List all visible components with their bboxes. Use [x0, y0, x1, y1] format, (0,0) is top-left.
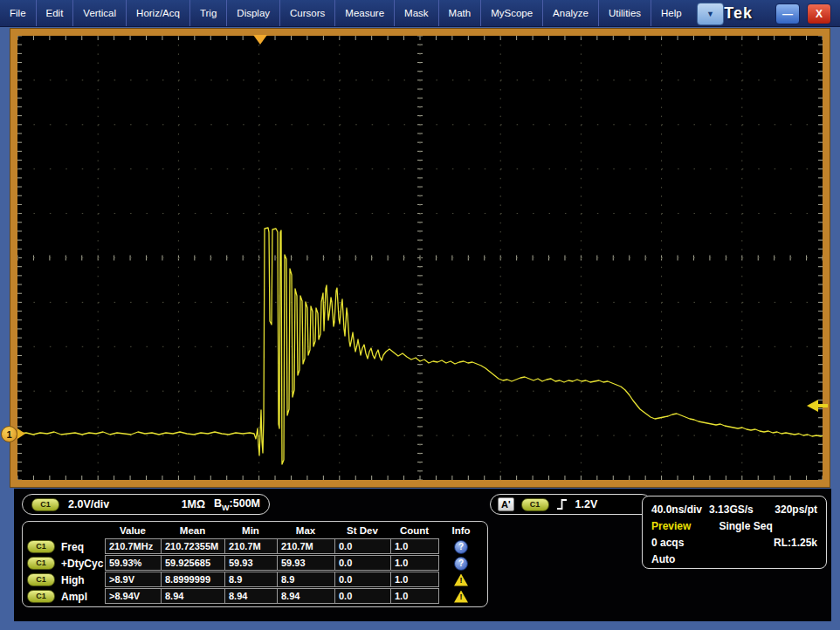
meas-stdev: 0.0 [334, 555, 391, 571]
meas-min: 8.94 [224, 588, 278, 604]
oscilloscope-window: File Edit Vertical Horiz/Acq Trig Displa… [0, 0, 840, 630]
meas-max: 59.93 [277, 555, 335, 571]
measurement-table: Value Mean Min Max St Dev Count Info C1 … [22, 521, 488, 607]
warning-icon[interactable]: ! [454, 591, 468, 603]
bandwidth-readout: BW:500M [214, 497, 260, 512]
sample-rate: 3.13GS/s [709, 503, 754, 516]
channel-readout[interactable]: C1 2.0V/div 1MΩ BW:500M [22, 494, 270, 515]
meas-max: 210.7M [277, 538, 335, 554]
meas-info-cell: ? [438, 555, 484, 572]
menu-file[interactable]: File [0, 0, 37, 26]
info-question-icon[interactable]: ? [454, 557, 468, 571]
meas-max: 8.94 [277, 588, 335, 604]
meas-stdev: 0.0 [334, 538, 391, 554]
meas-mean: 210.72355M [161, 538, 225, 554]
acquisition-count: 0 acqs [651, 537, 684, 549]
rising-edge-icon [556, 497, 568, 511]
chevron-down-icon: ▼ [706, 10, 714, 18]
meas-info-cell: ! [438, 588, 484, 605]
menu-measure[interactable]: Measure [335, 0, 395, 26]
trigger-a-badge: A' [498, 497, 514, 511]
meas-stdev: 0.0 [334, 588, 391, 604]
meas-info-cell: ! [438, 572, 484, 588]
meas-count: 1.0 [390, 555, 439, 571]
timebase: 40.0ns/div [651, 503, 702, 516]
col-header-mean: Mean [161, 524, 224, 538]
trigger-level-arrow-tail [817, 404, 828, 407]
meas-row-label: C1 Freq [24, 538, 105, 555]
meas-value: 59.93% [105, 555, 162, 571]
record-length: RL:1.25k [774, 537, 817, 549]
input-impedance: 1MΩ [182, 498, 205, 510]
meas-row-label: C1 High [24, 572, 105, 588]
meas-count: 1.0 [390, 538, 439, 554]
col-header-stdev: St Dev [334, 524, 390, 538]
meas-max: 8.9 [277, 572, 335, 587]
col-header-min: Min [224, 524, 277, 538]
col-header-max: Max [277, 524, 334, 538]
menu-myscope[interactable]: MyScope [481, 0, 543, 26]
menu-cursors[interactable]: Cursors [280, 0, 335, 26]
channel-badge: C1 [27, 590, 55, 603]
trigger-position-marker[interactable] [253, 35, 267, 45]
tek-logo: Tek [724, 0, 753, 26]
col-header-value: Value [105, 524, 161, 538]
meas-min: 210.7M [224, 538, 278, 554]
preview-status: Preview [651, 520, 691, 532]
meas-count: 1.0 [390, 588, 439, 604]
menu-edit[interactable]: Edit [37, 0, 74, 26]
minimize-button[interactable]: — [775, 3, 800, 24]
table-corner [24, 524, 105, 538]
meas-value: >8.9V [105, 572, 162, 587]
menu-horiz-acq[interactable]: Horiz/Acq [127, 0, 190, 26]
trigger-level-arrow[interactable] [807, 400, 828, 412]
bottom-panel: C1 2.0V/div 1MΩ BW:500M A' C1 1.2V 40.0n… [14, 489, 831, 621]
menu-help[interactable]: Help [651, 0, 692, 26]
meas-value: 210.7MHz [105, 538, 162, 554]
meas-row-label: C1 +DtyCyc [24, 555, 105, 572]
meas-mean: 59.925685 [161, 555, 225, 571]
menu-vertical[interactable]: Vertical [73, 0, 127, 26]
meas-stdev: 0.0 [334, 572, 391, 587]
info-question-icon[interactable]: ? [454, 540, 468, 554]
horizontal-readout[interactable]: 40.0ns/div 3.13GS/s 320ps/pt Preview Sin… [642, 496, 827, 569]
menu-mask[interactable]: Mask [395, 0, 438, 26]
meas-mean: 8.8999999 [161, 572, 225, 587]
menu-dropdown-button[interactable]: ▼ [697, 3, 725, 25]
vertical-scale: 2.0V/div [68, 498, 109, 510]
meas-count: 1.0 [390, 572, 439, 587]
channel1-marker-arrow [17, 428, 25, 439]
trigger-level: 1.2V [575, 498, 598, 510]
meas-info-cell: ? [438, 538, 484, 555]
menu-math[interactable]: Math [439, 0, 482, 26]
menu-analyze[interactable]: Analyze [543, 0, 599, 26]
menu-display[interactable]: Display [227, 0, 280, 26]
menu-trig[interactable]: Trig [190, 0, 227, 26]
meas-value: >8.94V [105, 588, 162, 604]
resolution: 320ps/pt [775, 503, 817, 516]
menu-utilities[interactable]: Utilities [599, 0, 651, 26]
waveform-display: 1 [10, 29, 830, 487]
meas-min: 8.9 [224, 572, 278, 587]
trigger-mode: Auto [651, 553, 675, 565]
graticule [17, 36, 823, 480]
col-header-count: Count [390, 524, 438, 538]
warning-icon[interactable]: ! [454, 574, 468, 586]
channel-badge: C1 [27, 540, 55, 553]
col-header-info: Info [438, 524, 484, 538]
trigger-source-badge: C1 [521, 498, 549, 511]
close-button[interactable]: X [807, 3, 831, 24]
channel-badge: C1 [27, 557, 55, 570]
meas-row-label: C1 Ampl [24, 588, 105, 605]
channel1-marker[interactable]: 1 [1, 426, 17, 442]
channel1-trace [19, 228, 823, 464]
menu-bar: File Edit Vertical Horiz/Acq Trig Displa… [0, 0, 840, 27]
channel-badge: C1 [27, 573, 55, 586]
trigger-readout[interactable]: A' C1 1.2V [490, 494, 652, 515]
meas-mean: 8.94 [161, 588, 225, 604]
channel-badge: C1 [31, 498, 59, 511]
meas-min: 59.93 [224, 555, 278, 571]
acquisition-mode: Single Seq [719, 520, 772, 532]
